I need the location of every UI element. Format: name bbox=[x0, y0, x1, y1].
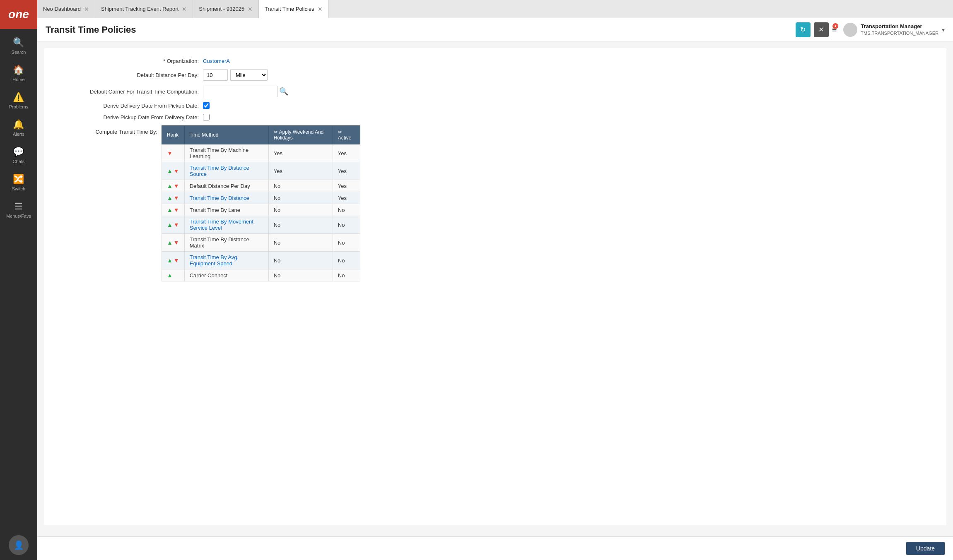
avatar bbox=[843, 23, 857, 37]
rank-cell: ▲▼ bbox=[162, 252, 185, 269]
rank-cell: ▲▼ bbox=[162, 204, 185, 216]
method-link[interactable]: Transit Time By Distance Source bbox=[190, 165, 249, 177]
app-logo[interactable]: one bbox=[0, 0, 37, 29]
active-cell: No bbox=[333, 252, 360, 269]
rank-up-arrow[interactable]: ▲ bbox=[167, 257, 173, 264]
distance-input[interactable] bbox=[203, 69, 228, 81]
derive-pickup-checkbox[interactable] bbox=[203, 114, 210, 120]
time-method-cell: Transit Time By Avg. Equipment Speed bbox=[184, 252, 268, 269]
rank-down-arrow[interactable]: ▼ bbox=[174, 239, 179, 246]
rank-cell: ▲▼ bbox=[162, 234, 185, 252]
user-dropdown-arrow[interactable]: ▾ bbox=[942, 26, 945, 33]
carrier-search-button[interactable]: 🔍 bbox=[279, 87, 288, 96]
tab-shipment-932025[interactable]: Shipment - 932025 ✕ bbox=[193, 0, 259, 18]
page-title: Transit Time Policies bbox=[46, 24, 796, 35]
main-area: Neo Dashboard ✕Shipment Tracking Event R… bbox=[37, 0, 953, 560]
method-link[interactable]: Transit Time By Avg. Equipment Speed bbox=[190, 254, 239, 267]
time-method-cell: Carrier Connect bbox=[184, 269, 268, 281]
sidebar-item-problems[interactable]: ⚠️ Problems bbox=[6, 87, 31, 114]
sidebar-item-alerts[interactable]: 🔔 Alerts bbox=[6, 114, 31, 142]
search-label: Search bbox=[12, 50, 26, 55]
rank-up-arrow[interactable]: ▲ bbox=[167, 183, 173, 189]
menu-button[interactable]: ≡ ★ bbox=[832, 25, 837, 34]
active-cell: No bbox=[333, 216, 360, 234]
rank-down-arrow[interactable]: ▼ bbox=[174, 207, 179, 213]
close-page-button[interactable]: ✕ bbox=[814, 22, 829, 37]
active-cell: Yes bbox=[333, 144, 360, 162]
sidebar-item-home[interactable]: 🏠 Home bbox=[6, 60, 31, 87]
table-row: ▲▼ Transit Time By Distance No Yes bbox=[162, 192, 360, 204]
rank-down-arrow[interactable]: ▼ bbox=[174, 168, 179, 174]
tab-close-transit-time[interactable]: ✕ bbox=[318, 6, 323, 12]
distance-unit-select[interactable]: Mile Kilometer bbox=[230, 69, 268, 81]
refresh-button[interactable]: ↻ bbox=[796, 22, 811, 37]
rank-cell: ▲ bbox=[162, 269, 185, 281]
star-badge: ★ bbox=[832, 23, 838, 29]
apply-weekend-cell: Yes bbox=[268, 162, 333, 180]
tab-bar: Neo Dashboard ✕Shipment Tracking Event R… bbox=[37, 0, 953, 18]
rank-cell: ▲▼ bbox=[162, 180, 185, 192]
apply-weekend-cell: No bbox=[268, 192, 333, 204]
carrier-row: Default Carrier For Transit Time Computa… bbox=[54, 86, 936, 97]
method-text: Default Distance Per Day bbox=[190, 183, 250, 189]
sidebar-item-menus[interactable]: ☰ Menus/Favs bbox=[6, 196, 31, 224]
sidebar-item-switch[interactable]: 🔀 Switch bbox=[6, 169, 31, 196]
update-button[interactable]: Update bbox=[906, 542, 945, 555]
tab-label-transit-time: Transit Time Policies bbox=[265, 6, 314, 12]
compute-row: Compute Transit Time By: Rank Time Metho… bbox=[54, 125, 936, 281]
organization-value[interactable]: CustomerA bbox=[203, 58, 230, 64]
carrier-input[interactable] bbox=[203, 86, 277, 97]
tab-close-shipment-932025[interactable]: ✕ bbox=[248, 6, 253, 12]
chats-icon: 💬 bbox=[13, 147, 24, 157]
table-row: ▲▼ Default Distance Per Day No Yes bbox=[162, 180, 360, 192]
user-info: Transportation Manager TMS.TRANSPORTATIO… bbox=[843, 23, 945, 37]
header-actions: ↻ ✕ ≡ ★ Transportation Manager TMS.TRANS… bbox=[796, 22, 945, 37]
rank-down-arrow[interactable]: ▼ bbox=[174, 257, 179, 264]
tab-close-shipment-tracking[interactable]: ✕ bbox=[182, 6, 187, 12]
table-row: ▲▼ Transit Time By Distance Matrix No No bbox=[162, 234, 360, 252]
rank-down-arrow[interactable]: ▼ bbox=[174, 195, 179, 201]
compute-label: Compute Transit Time By: bbox=[54, 125, 162, 135]
time-method-cell: Transit Time By Lane bbox=[184, 204, 268, 216]
user-name: Transportation Manager bbox=[861, 23, 939, 30]
derive-delivery-checkbox[interactable] bbox=[203, 102, 210, 109]
rank-up-arrow[interactable]: ▲ bbox=[167, 207, 173, 213]
content-inner: * Organization: CustomerA Default Distan… bbox=[44, 48, 946, 525]
derive-pickup-label: Derive Pickup Date From Delivery Date: bbox=[54, 114, 203, 120]
rank-down-arrow[interactable]: ▼ bbox=[167, 150, 173, 156]
rank-cell: ▲▼ bbox=[162, 162, 185, 180]
sidebar-item-search[interactable]: 🔍 Search bbox=[6, 32, 31, 60]
active-cell: No bbox=[333, 204, 360, 216]
rank-up-arrow[interactable]: ▲ bbox=[167, 195, 173, 201]
rank-up-arrow[interactable]: ▲ bbox=[167, 272, 173, 279]
active-edit-icon: ✏ bbox=[338, 129, 342, 135]
organization-label: * Organization: bbox=[54, 58, 203, 64]
derive-delivery-row: Derive Delivery Date From Pickup Date: bbox=[54, 102, 936, 109]
method-text: Transit Time By Distance Matrix bbox=[190, 236, 249, 249]
sidebar-user-button[interactable]: 👤 bbox=[9, 535, 29, 555]
sidebar-item-chats[interactable]: 💬 Chats bbox=[6, 142, 31, 169]
sidebar: one 🔍 Search🏠 Home⚠️ Problems🔔 Alerts💬 C… bbox=[0, 0, 37, 560]
method-text: Carrier Connect bbox=[190, 272, 228, 279]
rank-up-arrow[interactable]: ▲ bbox=[167, 239, 173, 246]
rank-down-arrow[interactable]: ▼ bbox=[174, 221, 179, 228]
apply-weekend-cell: No bbox=[268, 204, 333, 216]
rank-up-arrow[interactable]: ▲ bbox=[167, 221, 173, 228]
method-link[interactable]: Transit Time By Movement Service Level bbox=[190, 219, 253, 231]
apply-weekend-cell: No bbox=[268, 252, 333, 269]
active-cell: Yes bbox=[333, 192, 360, 204]
apply-weekend-cell: Yes bbox=[268, 144, 333, 162]
rank-up-arrow[interactable]: ▲ bbox=[167, 168, 173, 174]
home-icon: 🏠 bbox=[13, 65, 24, 75]
rank-down-arrow[interactable]: ▼ bbox=[174, 183, 179, 189]
logo-text: one bbox=[8, 8, 29, 21]
method-link[interactable]: Transit Time By Distance bbox=[190, 195, 249, 201]
distance-label: Default Distance Per Day: bbox=[54, 72, 203, 78]
tab-transit-time[interactable]: Transit Time Policies ✕ bbox=[259, 0, 328, 18]
user-text: Transportation Manager TMS.TRANSPORTATIO… bbox=[861, 23, 939, 36]
tab-neo-dashboard[interactable]: Neo Dashboard ✕ bbox=[37, 0, 95, 18]
search-icon: 🔍 bbox=[13, 37, 24, 48]
tab-close-neo-dashboard[interactable]: ✕ bbox=[84, 6, 89, 12]
time-method-cell: Transit Time By Distance Source bbox=[184, 162, 268, 180]
tab-shipment-tracking[interactable]: Shipment Tracking Event Report ✕ bbox=[95, 0, 193, 18]
